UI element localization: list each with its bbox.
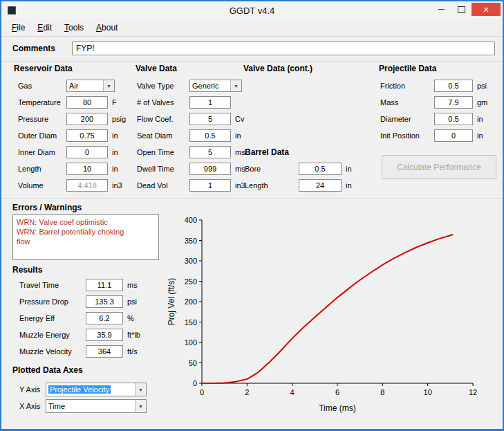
field-label: Muzzle Energy — [19, 331, 86, 339]
gas-select[interactable]: Air — [66, 80, 115, 92]
pressure-field[interactable] — [66, 113, 108, 125]
minimize-icon — [438, 9, 445, 10]
velocity-curve — [202, 235, 453, 383]
field-unit: ms — [235, 165, 245, 173]
reservoir-length-field[interactable] — [66, 163, 108, 175]
field-unit: psi — [127, 297, 137, 306]
chevron-down-icon[interactable] — [135, 400, 146, 412]
dwell-time-field[interactable] — [189, 163, 231, 175]
seat-diam-field[interactable] — [189, 129, 231, 142]
field-label: Diameter — [380, 115, 434, 123]
barrel-length-field[interactable] — [299, 179, 342, 192]
x-tick-label: 0 — [200, 388, 204, 396]
errors-warnings-box: WRN: Valve coef optimistic WRN: Barrel p… — [12, 214, 159, 260]
close-button[interactable] — [472, 3, 501, 16]
x-tick-label: 2 — [245, 388, 249, 396]
muzzle-energy-field[interactable] — [86, 329, 123, 341]
chevron-down-icon[interactable] — [135, 383, 146, 396]
gas-select-value: Air — [69, 82, 78, 90]
menu-tools[interactable]: Tools — [58, 20, 90, 35]
menu-bar: File Edit Tools About — [1, 19, 503, 37]
minimize-button[interactable] — [431, 3, 451, 16]
performance-chart: 024681012050100150200250300350400Time (m… — [165, 206, 501, 423]
menu-about[interactable]: About — [90, 20, 124, 35]
menu-file[interactable]: File — [6, 20, 31, 35]
temperature-field[interactable] — [66, 96, 108, 109]
y-tick-label: 50 — [189, 359, 197, 367]
inner-diam-field[interactable] — [66, 146, 108, 158]
field-unit: in3 — [112, 181, 122, 190]
pressure-drop-field[interactable] — [86, 295, 123, 308]
field-row: Length in — [245, 179, 352, 192]
y-tick-label: 150 — [185, 318, 197, 327]
field-row: Outer Diam in — [18, 129, 118, 142]
field-unit: in — [112, 165, 118, 173]
field-unit: psig — [112, 115, 126, 123]
y-axis-select[interactable]: Projectile Velocity — [46, 383, 147, 396]
friction-field[interactable] — [434, 80, 473, 92]
group-title: Reservoir Data — [14, 64, 73, 73]
outer-diam-field[interactable] — [66, 129, 108, 142]
field-unit: ft*lb — [127, 331, 140, 339]
open-time-field[interactable] — [189, 146, 231, 158]
field-row: Pressure Drop psi — [19, 295, 137, 308]
valve-type-select[interactable]: Generic — [189, 80, 242, 92]
field-row: Energy Eff % — [19, 312, 134, 324]
muzzle-velocity-field[interactable] — [86, 345, 123, 358]
maximize-button[interactable] — [451, 3, 472, 16]
comments-input[interactable] — [72, 42, 495, 55]
x-axis-select[interactable]: Time — [46, 399, 147, 413]
menu-edit[interactable]: Edit — [31, 20, 58, 35]
field-label: Flow Coef. — [137, 115, 189, 123]
field-row: Pressure psig — [18, 113, 126, 125]
calculate-performance-button[interactable]: Calculate Performance — [382, 155, 496, 179]
field-unit: % — [127, 314, 134, 322]
y-tick-label: 300 — [185, 257, 197, 265]
field-row: Muzzle Energy ft*lb — [19, 329, 140, 341]
field-row: Length in — [18, 163, 118, 175]
energy-eff-field[interactable] — [86, 312, 123, 324]
field-row: # of Valves — [137, 96, 235, 109]
field-label: Length — [245, 181, 299, 190]
title-bar[interactable]: GGDT v4.4 — [1, 1, 503, 19]
bore-field[interactable] — [299, 163, 342, 175]
field-unit: ms — [127, 281, 138, 289]
app-icon[interactable] — [8, 6, 16, 15]
y-axis-row: Y Axis Projectile Velocity — [19, 383, 147, 396]
flow-coef-field[interactable] — [189, 113, 231, 125]
app-window: GGDT v4.4 File Edit Tools About Comments… — [0, 0, 504, 431]
y-axis-title: Proj Vel (ft/s) — [167, 278, 176, 326]
field-row: Seat Diam in — [137, 129, 241, 142]
y-tick-label: 0 — [193, 379, 197, 387]
field-row: Diameter in — [380, 113, 483, 125]
field-unit: F — [112, 98, 117, 107]
y-axis-label: Y Axis — [19, 385, 46, 394]
barrel-data-title: Barrel Data — [245, 147, 289, 157]
comments-label: Comments — [12, 44, 55, 53]
field-label: Volume — [18, 181, 66, 190]
chevron-down-icon[interactable] — [103, 80, 114, 91]
init-position-field[interactable] — [434, 129, 473, 142]
field-label: Travel Time — [19, 281, 86, 289]
results-title: Results — [12, 265, 42, 275]
num-valves-field[interactable] — [189, 96, 231, 109]
window-controls — [431, 3, 501, 16]
field-row: Inner Diam in — [18, 146, 118, 158]
group-title: Projectile Data — [379, 64, 436, 73]
field-label: Temperature — [18, 98, 66, 107]
field-label: Valve Type — [137, 82, 189, 90]
diameter-field[interactable] — [434, 113, 473, 125]
field-unit: in — [112, 148, 118, 156]
plotted-data-axes-title: Plotted Data Axes — [12, 365, 83, 375]
travel-time-field[interactable] — [86, 279, 123, 291]
close-icon — [483, 4, 489, 15]
field-unit: in — [235, 131, 241, 140]
field-row: Temperature F — [18, 96, 117, 109]
field-unit: psi — [477, 82, 487, 90]
chevron-down-icon[interactable] — [230, 80, 241, 91]
field-label: Open Time — [137, 148, 189, 156]
x-tick-label: 6 — [335, 388, 339, 396]
x-axis-row: X Axis Time — [19, 399, 147, 413]
dead-vol-field[interactable] — [189, 179, 231, 192]
mass-field[interactable] — [434, 96, 473, 109]
